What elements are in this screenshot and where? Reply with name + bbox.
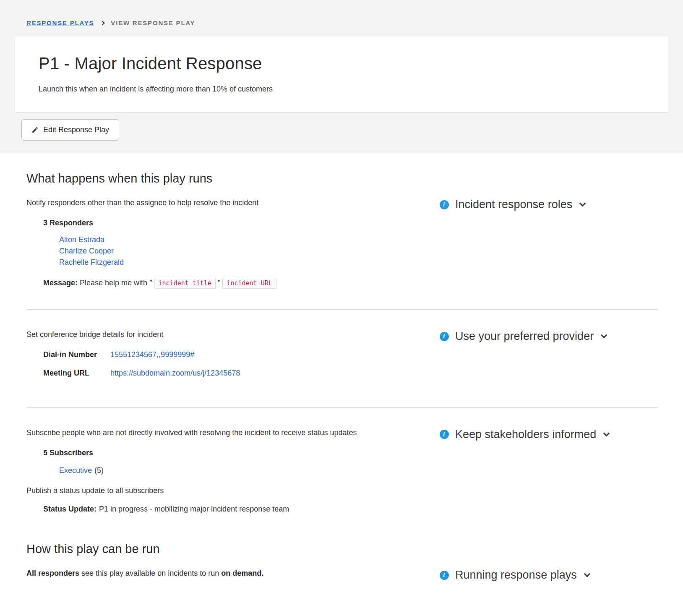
page-header-area: RESPONSE PLAYS VIEW RESPONSE PLAY P1 - M… bbox=[0, 0, 683, 151]
chevron-right-icon bbox=[100, 21, 105, 25]
section-divider bbox=[26, 309, 658, 310]
breadcrumb-response-plays-link[interactable]: RESPONSE PLAYS bbox=[26, 19, 94, 26]
aside-label: Keep stakeholders informed bbox=[455, 428, 596, 441]
dialin-row: Dial-in Number 15551234567,,9999999# bbox=[43, 349, 440, 360]
section-heading-how-run: How this play can be run bbox=[26, 542, 658, 556]
page-title: P1 - Major Incident Response bbox=[39, 54, 644, 73]
message-label: Message: bbox=[43, 279, 78, 287]
meeting-url-row: Meeting URL https://subdomain.zoom/us/j/… bbox=[43, 368, 440, 378]
responders-count-label: 3 Responders bbox=[43, 217, 440, 228]
subscribers-row: Subscribe people who are not directly in… bbox=[26, 427, 658, 514]
subscriber-group-line: Executive(5) bbox=[59, 465, 440, 476]
incident-title-token: incident title bbox=[154, 278, 216, 289]
message-quote: " bbox=[218, 279, 220, 287]
info-icon: i bbox=[440, 430, 449, 439]
aside-label: Running response plays bbox=[455, 569, 577, 582]
how-run-row: All responders see this play available o… bbox=[26, 568, 658, 582]
conference-description: Set conference bridge details for incide… bbox=[26, 329, 440, 340]
status-update-line: Status Update:P1 in progress - mobilizin… bbox=[43, 504, 440, 514]
subscriber-group-link[interactable]: Executive bbox=[59, 466, 92, 475]
message-line: Message:Please help me with "incident ti… bbox=[43, 277, 440, 288]
subscribe-description: Subscribe people who are not directly in… bbox=[26, 427, 440, 438]
notify-description: Notify responders other than the assigne… bbox=[26, 197, 440, 208]
title-card: P1 - Major Incident Response Launch this… bbox=[15, 37, 668, 112]
meeting-url-link[interactable]: https://subdomain.zoom/us/j/12345678 bbox=[110, 368, 240, 378]
meeting-url-label: Meeting URL bbox=[43, 368, 110, 378]
chevron-down-icon bbox=[584, 571, 590, 577]
status-update-value: P1 in progress - mobilizing major incide… bbox=[99, 505, 289, 513]
chevron-down-icon bbox=[601, 332, 607, 339]
aside-running-response-plays[interactable]: i Running response plays bbox=[440, 569, 658, 582]
main-content: What happens when this play runs Notify … bbox=[0, 151, 683, 607]
message-text: Please help me with " bbox=[80, 279, 152, 287]
subscriber-group-count: (5) bbox=[94, 466, 104, 475]
incident-url-token: incident URL bbox=[222, 278, 276, 289]
responders-list: Alton Estrada Charlize Cooper Rachelle F… bbox=[59, 234, 440, 268]
info-icon: i bbox=[440, 200, 449, 209]
aside-preferred-provider[interactable]: i Use your preferred provider bbox=[440, 330, 658, 343]
responder-link[interactable]: Charlize Cooper bbox=[59, 245, 440, 257]
chevron-down-icon bbox=[579, 200, 586, 207]
responder-link[interactable]: Alton Estrada bbox=[59, 234, 440, 245]
status-update-label: Status Update: bbox=[43, 505, 96, 513]
info-icon: i bbox=[440, 571, 449, 580]
notify-responders-row: Notify responders other than the assigne… bbox=[26, 197, 658, 288]
section-divider bbox=[26, 407, 658, 408]
subscribers-count-label: 5 Subscribers bbox=[43, 447, 440, 458]
pencil-icon bbox=[31, 126, 39, 133]
run-on-demand-bold: on demand. bbox=[221, 569, 263, 577]
breadcrumb: RESPONSE PLAYS VIEW RESPONSE PLAY bbox=[26, 19, 683, 26]
conference-bridge-row: Set conference bridge details for incide… bbox=[26, 329, 658, 386]
info-icon: i bbox=[440, 332, 449, 341]
dialin-label: Dial-in Number bbox=[43, 349, 110, 360]
run-availability-line: All responders see this play available o… bbox=[26, 568, 440, 579]
edit-response-play-button[interactable]: Edit Response Play bbox=[21, 119, 119, 141]
publish-description: Publish a status update to all subscribe… bbox=[26, 485, 440, 496]
chevron-down-icon bbox=[603, 430, 610, 436]
edit-button-label: Edit Response Play bbox=[43, 125, 109, 134]
page-subtitle: Launch this when an incident is affectin… bbox=[39, 85, 644, 94]
aside-keep-stakeholders-informed[interactable]: i Keep stakeholders informed bbox=[440, 428, 658, 441]
toolbar: Edit Response Play bbox=[0, 112, 683, 151]
aside-incident-response-roles[interactable]: i Incident response roles bbox=[440, 198, 658, 211]
breadcrumb-current-page: VIEW RESPONSE PLAY bbox=[111, 19, 195, 26]
responder-link[interactable]: Rachelle Fitzgerald bbox=[59, 257, 440, 268]
run-middle-text: see this play available on incidents to … bbox=[79, 569, 221, 577]
run-responders-bold: All responders bbox=[26, 569, 79, 577]
dialin-number-link[interactable]: 15551234567,,9999999# bbox=[110, 349, 194, 360]
section-heading-what-happens: What happens when this play runs bbox=[26, 172, 658, 185]
aside-label: Use your preferred provider bbox=[455, 330, 594, 343]
aside-label: Incident response roles bbox=[455, 198, 572, 211]
